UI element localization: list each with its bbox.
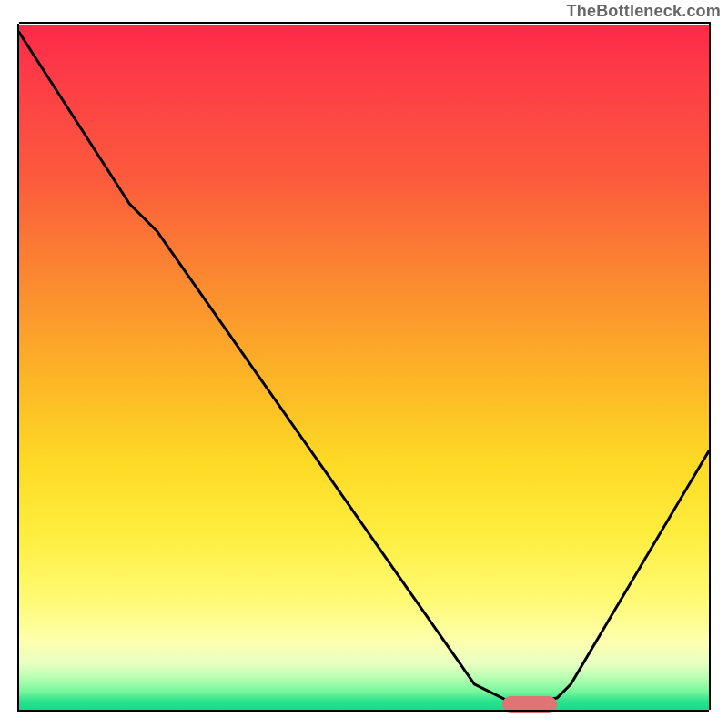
heatmap-gradient	[19, 25, 709, 712]
watermark-label: TheBottleneck.com	[567, 2, 721, 21]
plot-area	[19, 25, 709, 712]
chart-stage: TheBottleneck.com	[0, 0, 728, 728]
optimal-range-marker	[502, 696, 558, 713]
